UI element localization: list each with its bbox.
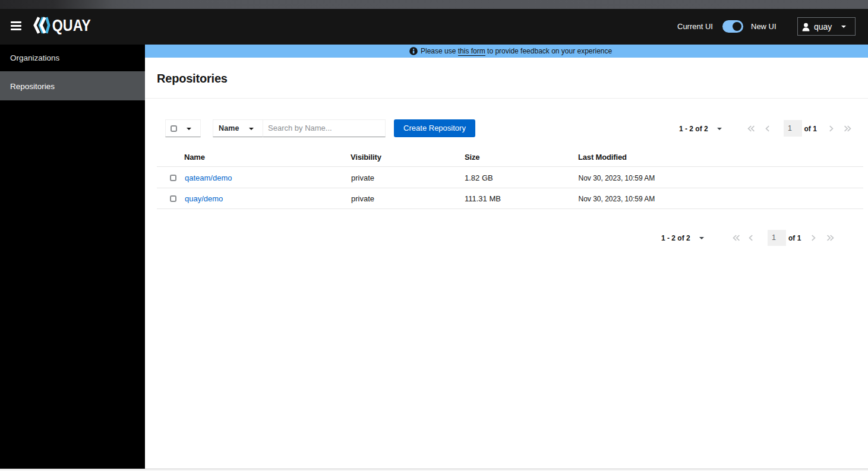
svg-text:QUAY: QUAY bbox=[52, 17, 91, 34]
